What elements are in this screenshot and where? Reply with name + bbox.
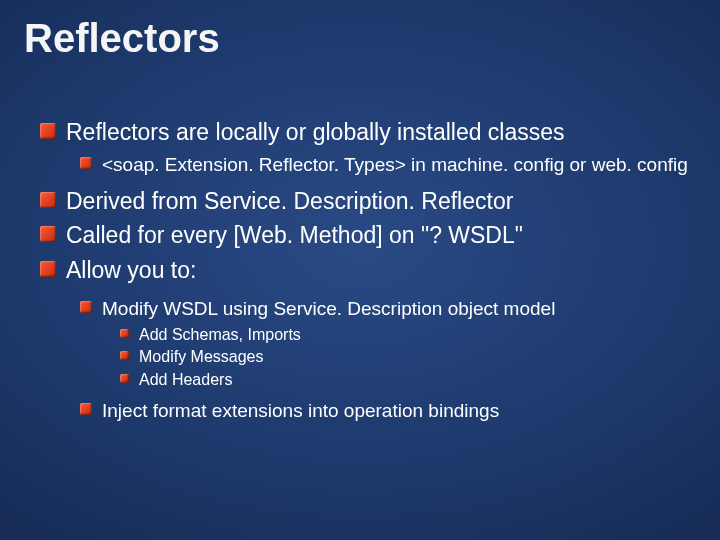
- bullet-text: Add Headers: [139, 370, 232, 391]
- bullet-icon: [120, 374, 129, 383]
- bullet-item: Called for every [Web. Method] on "? WSD…: [40, 221, 690, 250]
- bullet-text: Reflectors are locally or globally insta…: [66, 118, 565, 147]
- bullet-item: Modify WSDL using Service. Description o…: [80, 297, 690, 321]
- slide: Reflectors Reflectors are locally or glo…: [0, 0, 720, 540]
- bullet-item: <soap. Extension. Reflector. Types> in m…: [80, 153, 690, 177]
- bullet-item: Inject format extensions into operation …: [80, 399, 690, 423]
- bullet-text: Modify Messages: [139, 347, 264, 368]
- bullet-icon: [80, 301, 92, 313]
- slide-content: Reflectors are locally or globally insta…: [40, 118, 690, 427]
- bullet-item: Add Schemas, Imports: [120, 325, 690, 346]
- bullet-icon: [80, 403, 92, 415]
- bullet-icon: [40, 261, 56, 277]
- bullet-item: Add Headers: [120, 370, 690, 391]
- bullet-icon: [40, 123, 56, 139]
- bullet-icon: [40, 226, 56, 242]
- bullet-item: Allow you to:: [40, 256, 690, 285]
- bullet-text: Add Schemas, Imports: [139, 325, 301, 346]
- bullet-icon: [40, 192, 56, 208]
- bullet-text: Modify WSDL using Service. Description o…: [102, 297, 555, 321]
- bullet-item: Derived from Service. Description. Refle…: [40, 187, 690, 216]
- bullet-text: Called for every [Web. Method] on "? WSD…: [66, 221, 523, 250]
- bullet-text: Inject format extensions into operation …: [102, 399, 499, 423]
- bullet-text: <soap. Extension. Reflector. Types> in m…: [102, 153, 688, 177]
- bullet-text: Derived from Service. Description. Refle…: [66, 187, 513, 216]
- bullet-item: Modify Messages: [120, 347, 690, 368]
- bullet-icon: [80, 157, 92, 169]
- bullet-item: Reflectors are locally or globally insta…: [40, 118, 690, 147]
- bullet-icon: [120, 329, 129, 338]
- bullet-icon: [120, 351, 129, 360]
- slide-title: Reflectors: [24, 16, 220, 61]
- bullet-text: Allow you to:: [66, 256, 196, 285]
